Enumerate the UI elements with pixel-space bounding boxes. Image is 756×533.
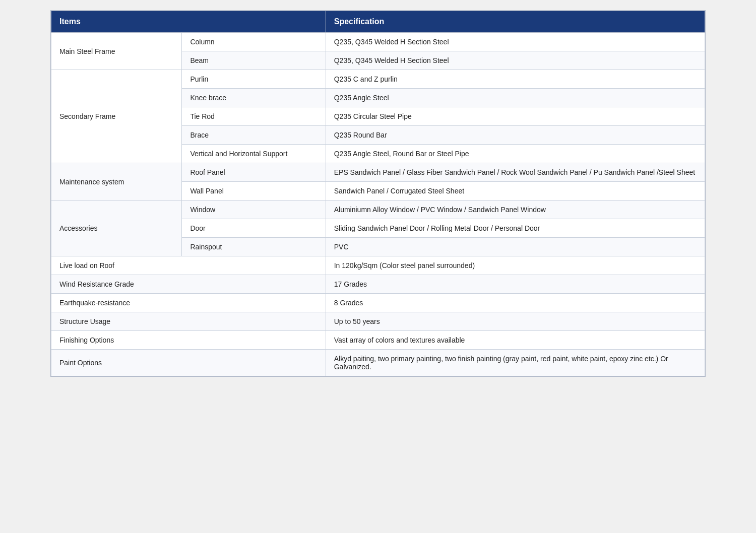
spec-cell: Q235 Circular Steel Pipe bbox=[326, 107, 705, 126]
item-cell: Column bbox=[182, 33, 326, 51]
item-cell: Roof Panel bbox=[182, 163, 326, 182]
table-row: Earthquake-resistance8 Grades bbox=[51, 294, 705, 312]
spec-cell: 8 Grades bbox=[326, 294, 705, 312]
category-cell: Accessories bbox=[51, 201, 182, 256]
header-items: Items bbox=[51, 11, 326, 33]
item-cell: Rainspout bbox=[182, 238, 326, 256]
table-row: AccessoriesWindowAluminiumn Alloy Window… bbox=[51, 201, 705, 219]
table-row: Maintenance systemRoof PanelEPS Sandwich… bbox=[51, 163, 705, 182]
table-row: Live load on RoofIn 120kg/Sqm (Color ste… bbox=[51, 256, 705, 275]
item-cell: Door bbox=[182, 219, 326, 238]
item-cell: Knee brace bbox=[182, 89, 326, 107]
spec-cell: Q235 Round Bar bbox=[326, 126, 705, 145]
spec-cell: Q235 Angle Steel, Round Bar or Steel Pip… bbox=[326, 145, 705, 163]
table-row: Paint OptionsAlkyd paiting, two primary … bbox=[51, 350, 705, 376]
spec-cell: Aluminiumn Alloy Window / PVC Window / S… bbox=[326, 201, 705, 219]
item-cell: Wall Panel bbox=[182, 182, 326, 201]
category-cell: Structure Usage bbox=[51, 312, 326, 331]
spec-cell: Sandwich Panel / Corrugated Steel Sheet bbox=[326, 182, 705, 201]
item-cell: Brace bbox=[182, 126, 326, 145]
category-cell: Live load on Roof bbox=[51, 256, 326, 275]
table-row: Wind Resistance Grade17 Grades bbox=[51, 275, 705, 294]
table-row: Secondary FramePurlinQ235 C and Z purlin bbox=[51, 70, 705, 89]
table-row: Finishing OptionsVast array of colors an… bbox=[51, 331, 705, 350]
table-row: Structure UsageUp to 50 years bbox=[51, 312, 705, 331]
spec-cell: Up to 50 years bbox=[326, 312, 705, 331]
spec-cell: Alkyd paiting, two primary painting, two… bbox=[326, 350, 705, 376]
spec-cell: Q235 Angle Steel bbox=[326, 89, 705, 107]
spec-cell: Vast array of colors and textures availa… bbox=[326, 331, 705, 350]
item-cell: Beam bbox=[182, 51, 326, 70]
category-cell: Paint Options bbox=[51, 350, 326, 376]
item-cell: Window bbox=[182, 201, 326, 219]
spec-cell: 17 Grades bbox=[326, 275, 705, 294]
category-cell: Finishing Options bbox=[51, 331, 326, 350]
spec-cell: Q235, Q345 Welded H Section Steel bbox=[326, 33, 705, 51]
item-cell: Purlin bbox=[182, 70, 326, 89]
spec-cell: Sliding Sandwich Panel Door / Rolling Me… bbox=[326, 219, 705, 238]
specification-table: Items Specification Main Steel FrameColu… bbox=[50, 10, 706, 377]
item-cell: Vertical and Horizontal Support bbox=[182, 145, 326, 163]
category-cell: Secondary Frame bbox=[51, 70, 182, 163]
spec-cell: Q235, Q345 Welded H Section Steel bbox=[326, 51, 705, 70]
header-spec: Specification bbox=[326, 11, 705, 33]
spec-cell: EPS Sandwich Panel / Glass Fiber Sandwic… bbox=[326, 163, 705, 182]
category-cell: Wind Resistance Grade bbox=[51, 275, 326, 294]
table-row: Main Steel FrameColumnQ235, Q345 Welded … bbox=[51, 33, 705, 51]
category-cell: Main Steel Frame bbox=[51, 33, 182, 70]
spec-cell: Q235 C and Z purlin bbox=[326, 70, 705, 89]
category-cell: Earthquake-resistance bbox=[51, 294, 326, 312]
spec-cell: PVC bbox=[326, 238, 705, 256]
spec-cell: In 120kg/Sqm (Color steel panel surround… bbox=[326, 256, 705, 275]
item-cell: Tie Rod bbox=[182, 107, 326, 126]
category-cell: Maintenance system bbox=[51, 163, 182, 201]
